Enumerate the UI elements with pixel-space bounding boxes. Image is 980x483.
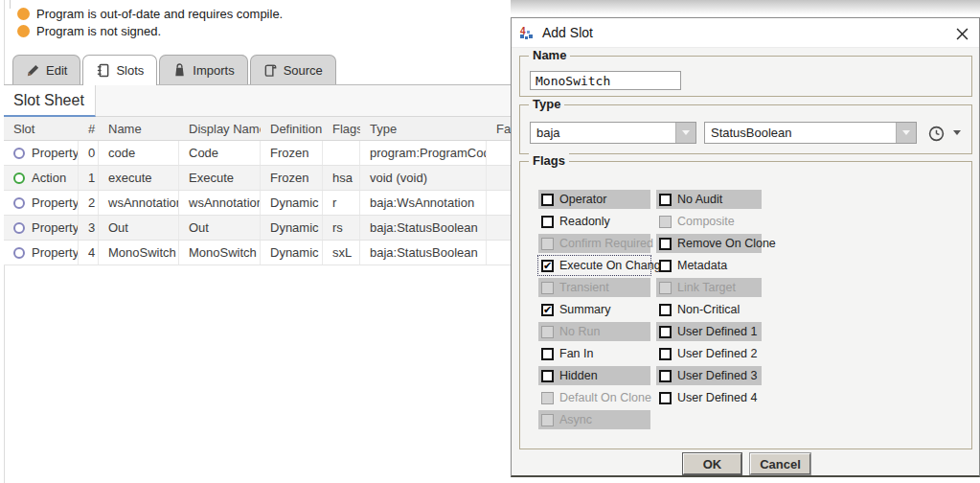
- cell-display_name: Execute: [179, 166, 261, 190]
- checkbox[interactable]: ✔: [541, 260, 554, 272]
- flag-label: Async: [559, 413, 592, 426]
- type-dropdown[interactable]: StatusBoolean: [704, 122, 917, 144]
- checkbox[interactable]: [659, 194, 672, 206]
- history-clock-icon[interactable]: [926, 124, 946, 143]
- ok-button[interactable]: OK: [683, 453, 741, 474]
- flag-label: User Defined 3: [677, 369, 757, 382]
- flag-label: No Audit: [677, 193, 722, 206]
- flag-checkbox-execute-on-change[interactable]: ✔Execute On Change: [538, 256, 650, 275]
- slots-icon: [96, 63, 110, 78]
- column-header[interactable]: Slot: [4, 117, 79, 140]
- column-header[interactable]: Definition: [261, 117, 323, 140]
- column-header[interactable]: Type: [360, 117, 487, 140]
- checkbox[interactable]: [659, 370, 672, 382]
- action-icon: [13, 172, 25, 184]
- checkbox[interactable]: [659, 260, 672, 272]
- flag-label: Operator: [559, 193, 606, 206]
- tab-label: Imports: [193, 63, 234, 78]
- flag-checkbox-readonly[interactable]: Readonly: [538, 212, 650, 231]
- dialog-titlebar[interactable]: 4 Add Slot: [512, 18, 979, 48]
- type-groupbox: Type baja StatusBoolean: [519, 104, 972, 154]
- checkbox: [541, 392, 554, 404]
- flags-groupbox: Flags OperatorReadonlyConfirm Required✔E…: [519, 161, 972, 449]
- slot-name-input[interactable]: [530, 71, 681, 90]
- flag-checkbox-user-defined-4[interactable]: User Defined 4: [656, 388, 762, 407]
- checkbox[interactable]: [659, 304, 672, 316]
- checkbox[interactable]: [659, 326, 672, 338]
- chevron-down-icon[interactable]: [675, 123, 695, 143]
- checkbox[interactable]: [541, 348, 554, 360]
- flag-checkbox-non-critical[interactable]: Non-Critical: [656, 300, 762, 319]
- cell-num: 1: [79, 166, 99, 190]
- chevron-down-icon[interactable]: [896, 123, 916, 143]
- cancel-button[interactable]: Cancel: [750, 453, 810, 474]
- flag-checkbox-confirm-required: Confirm Required: [538, 234, 650, 253]
- flag-checkbox-metadata[interactable]: Metadata: [656, 256, 762, 275]
- cell-num: 2: [79, 191, 99, 215]
- cell-definition: Dynamic: [261, 191, 323, 215]
- flag-checkbox-user-defined-3[interactable]: User Defined 3: [656, 366, 762, 385]
- name-group-label: Name: [529, 48, 570, 62]
- tab-source[interactable]: Source: [250, 55, 336, 84]
- table-row[interactable]: Action1executeExecuteFrozenhsavoid (void…: [4, 166, 512, 191]
- checkbox[interactable]: [541, 370, 554, 382]
- table-row[interactable]: Property4MonoSwitchMonoSwitchDynamicsxLb…: [4, 241, 512, 265]
- column-header[interactable]: Name: [99, 117, 179, 140]
- slot-sheet-tab[interactable]: Slot Sheet: [4, 85, 96, 117]
- cell-num: 0: [79, 141, 99, 165]
- flag-checkbox-remove-on-clone[interactable]: Remove On Clone: [656, 234, 762, 253]
- flag-checkbox-no-audit[interactable]: No Audit: [656, 190, 762, 209]
- checkbox[interactable]: ✔: [541, 304, 554, 316]
- tab-edit[interactable]: Edit: [12, 55, 80, 84]
- checkbox[interactable]: [659, 348, 672, 360]
- cell-slot: Property: [4, 191, 79, 215]
- close-icon[interactable]: [952, 24, 971, 43]
- flag-checkbox-operator[interactable]: Operator: [538, 190, 650, 209]
- flag-label: Link Target: [677, 281, 736, 294]
- cell-num: 3: [79, 216, 99, 240]
- table-row[interactable]: Property3OutOutDynamicrsbaja:StatusBoole…: [4, 216, 512, 241]
- table-row[interactable]: Property2wsAnnotationwsAnnotationDynamic…: [4, 191, 512, 216]
- checkbox: [659, 216, 672, 228]
- cell-flags: r: [323, 191, 360, 215]
- flag-label: Remove On Clone: [677, 237, 776, 250]
- cell-type: baja:StatusBoolean: [360, 216, 487, 240]
- flag-label: Readonly: [559, 215, 610, 228]
- pencil-icon: [26, 63, 40, 78]
- source-icon: [263, 63, 278, 78]
- tab-slots[interactable]: Slots: [82, 55, 157, 85]
- column-header[interactable]: #: [79, 117, 99, 140]
- table-header-row: Slot#NameDisplay NameDefinitionFlagsType…: [4, 117, 512, 141]
- checkbox: [541, 238, 554, 250]
- column-header[interactable]: Facets: [487, 117, 512, 140]
- checkbox[interactable]: [541, 194, 554, 206]
- flag-checkbox-hidden[interactable]: Hidden: [538, 366, 650, 385]
- flag-checkbox-user-defined-2[interactable]: User Defined 2: [656, 344, 762, 363]
- module-dropdown[interactable]: baja: [530, 122, 696, 144]
- tab-label: Source: [284, 63, 323, 78]
- flag-checkbox-summary[interactable]: ✔Summary: [538, 300, 650, 319]
- cell-slot: Property: [4, 241, 79, 264]
- caret-down-icon[interactable]: [953, 130, 961, 135]
- checkbox[interactable]: [659, 392, 672, 404]
- column-header[interactable]: Display Name: [179, 117, 261, 140]
- cell-name: code: [99, 141, 179, 165]
- cell-type: baja:StatusBoolean: [360, 241, 487, 264]
- cell-facets: [487, 166, 512, 190]
- dialog-title: Add Slot: [542, 25, 593, 40]
- cell-slot: Property: [4, 141, 79, 165]
- column-header[interactable]: Flags: [323, 117, 360, 140]
- status-message: Program is out-of-date and requires comp…: [17, 7, 283, 20]
- flag-label: User Defined 4: [677, 391, 757, 404]
- tab-imports[interactable]: Imports: [159, 55, 247, 84]
- cell-flags: rs: [323, 216, 360, 240]
- flag-checkbox-user-defined-1[interactable]: User Defined 1: [656, 322, 762, 341]
- table-row[interactable]: Property0codeCodeFrozenprogram:ProgramCo…: [4, 141, 512, 166]
- flag-checkbox-fan-in[interactable]: Fan In: [538, 344, 650, 363]
- checkbox[interactable]: [541, 216, 554, 228]
- cell-num: 4: [79, 241, 99, 264]
- cell-facets: [487, 241, 512, 264]
- cell-definition: Dynamic: [261, 241, 323, 264]
- checkbox[interactable]: [659, 238, 672, 250]
- cell-name: execute: [99, 166, 179, 190]
